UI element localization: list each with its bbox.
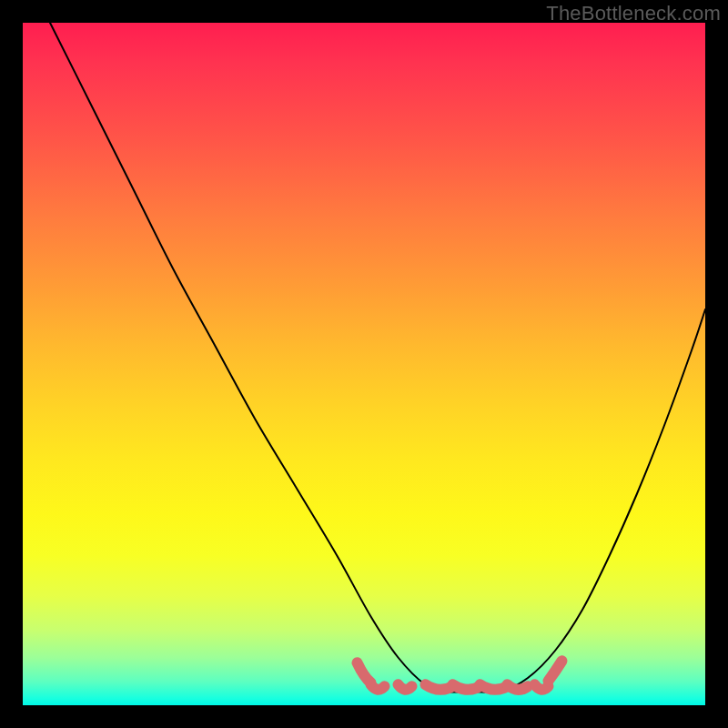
curve-svg bbox=[23, 23, 705, 705]
chart-frame bbox=[23, 23, 705, 705]
bottleneck-curve bbox=[50, 23, 705, 693]
trough-dash bbox=[358, 662, 371, 682]
trough-dash bbox=[549, 661, 562, 681]
watermark-text: TheBottleneck.com bbox=[546, 2, 721, 25]
trough-dash bbox=[399, 684, 412, 690]
trough-dash bbox=[508, 684, 529, 690]
